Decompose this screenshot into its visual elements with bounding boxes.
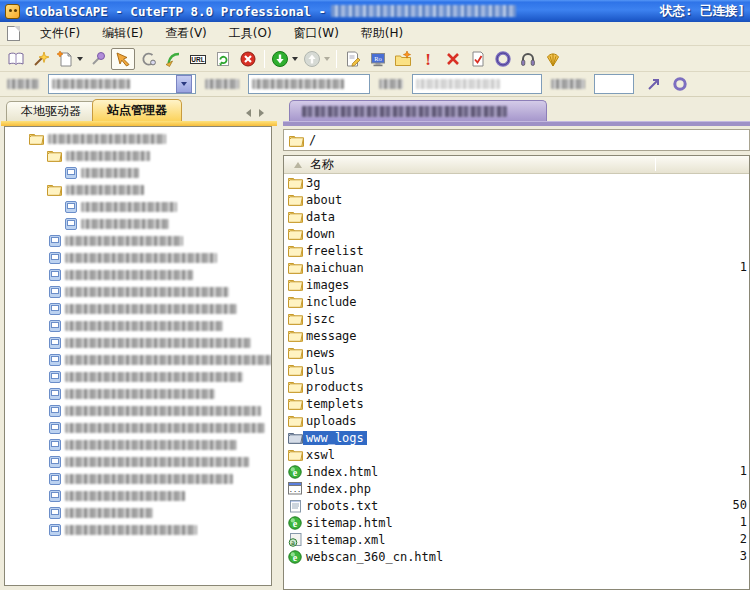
- priority-button[interactable]: !: [416, 48, 440, 70]
- password-input[interactable]: [412, 74, 542, 94]
- tree-item[interactable]: [5, 164, 271, 181]
- download-button-dropdown-icon[interactable]: [292, 57, 298, 61]
- file-row[interactable]: haichuan1: [284, 259, 749, 276]
- menu-view[interactable]: 查看(V): [154, 22, 218, 45]
- host-combobox[interactable]: [48, 74, 196, 94]
- file-row[interactable]: products: [284, 378, 749, 395]
- upload-button[interactable]: [301, 48, 332, 70]
- menu-edit[interactable]: 编辑(E): [91, 22, 154, 45]
- port-input[interactable]: [594, 74, 634, 94]
- shell-button[interactable]: [541, 48, 565, 70]
- delete-button[interactable]: [441, 48, 465, 70]
- refresh-button[interactable]: [211, 48, 235, 70]
- file-row[interactable]: images: [284, 276, 749, 293]
- tree-item[interactable]: [5, 198, 271, 215]
- tree-item[interactable]: [5, 368, 271, 385]
- menu-window[interactable]: 窗口(W): [283, 22, 350, 45]
- menu-file[interactable]: 文件(F): [29, 22, 91, 45]
- title-bar: GlobalSCAPE - CuteFTP 8.0 Professional -…: [0, 0, 750, 22]
- disconnect-button[interactable]: [86, 48, 110, 70]
- quick-connect-icon[interactable]: [643, 73, 665, 95]
- tree-item[interactable]: [5, 147, 271, 164]
- tree-item[interactable]: [5, 402, 271, 419]
- tree-item[interactable]: [5, 453, 271, 470]
- tree-item[interactable]: [5, 385, 271, 402]
- tree-item[interactable]: [5, 317, 271, 334]
- tree-item[interactable]: [5, 487, 271, 504]
- tree-item[interactable]: [5, 283, 271, 300]
- tab-site-manager[interactable]: 站点管理器: [92, 99, 182, 121]
- menu-tools[interactable]: 工具(O): [218, 22, 283, 45]
- download-button[interactable]: [269, 48, 300, 70]
- stop-button[interactable]: [236, 48, 260, 70]
- file-row[interactable]: news: [284, 344, 749, 361]
- reconnect-button[interactable]: [161, 48, 185, 70]
- view-remote-button[interactable]: Ro: [366, 48, 390, 70]
- file-row[interactable]: include: [284, 293, 749, 310]
- monitor-icon: Ro: [369, 50, 387, 68]
- tree-item[interactable]: [5, 266, 271, 283]
- file-row[interactable]: data: [284, 208, 749, 225]
- address-book-button[interactable]: [4, 48, 28, 70]
- remote-path-bar[interactable]: /: [283, 129, 750, 151]
- open-url-button[interactable]: URL: [186, 48, 210, 70]
- username-input[interactable]: [248, 74, 370, 94]
- tree-item[interactable]: [5, 470, 271, 487]
- port-label-redacted: [551, 79, 585, 89]
- global-options-button[interactable]: [491, 48, 515, 70]
- file-row[interactable]: robots.txt50: [284, 497, 749, 514]
- host-dropdown-icon[interactable]: [176, 75, 192, 93]
- file-row[interactable]: asitemap.xml2: [284, 531, 749, 548]
- podcast-button[interactable]: [516, 48, 540, 70]
- column-divider[interactable]: [655, 158, 656, 171]
- remote-site-tab[interactable]: [289, 100, 547, 121]
- tree-item[interactable]: [5, 419, 271, 436]
- tree-item[interactable]: [5, 351, 271, 368]
- file-row[interactable]: about: [284, 191, 749, 208]
- tree-item[interactable]: [5, 249, 271, 266]
- tree-item-label-redacted: [65, 287, 229, 297]
- file-row[interactable]: 3g: [284, 174, 749, 191]
- new-folder-button[interactable]: [391, 48, 415, 70]
- menu-help[interactable]: 帮助(H): [350, 22, 414, 45]
- connection-wizard-button[interactable]: [29, 48, 53, 70]
- file-row[interactable]: jszc: [284, 310, 749, 327]
- file-row[interactable]: esitemap.html1: [284, 514, 749, 531]
- verify-button[interactable]: [466, 48, 490, 70]
- tree-item[interactable]: [5, 436, 271, 453]
- file-row[interactable]: message: [284, 327, 749, 344]
- file-row[interactable]: ewebscan_360_cn.html3: [284, 548, 749, 565]
- connect-button[interactable]: [111, 48, 135, 70]
- tree-item[interactable]: [5, 130, 271, 147]
- tree-item-label-redacted: [65, 321, 223, 331]
- tab-scroll-right-icon[interactable]: [259, 109, 264, 117]
- file-row[interactable]: uploads: [284, 412, 749, 429]
- tree-item-label-redacted: [66, 185, 144, 195]
- tab-local-drives[interactable]: 本地驱动器: [6, 101, 96, 121]
- file-row[interactable]: plus: [284, 361, 749, 378]
- tree-item[interactable]: [5, 334, 271, 351]
- tree-item[interactable]: [5, 181, 271, 198]
- file-row[interactable]: www_logs: [284, 429, 749, 446]
- tree-item[interactable]: [5, 521, 271, 538]
- tree-item-label-redacted: [65, 508, 153, 518]
- tree-item[interactable]: [5, 215, 271, 232]
- upload-button-dropdown-icon[interactable]: [324, 57, 330, 61]
- edit-file-button[interactable]: [341, 48, 365, 70]
- tree-item[interactable]: [5, 232, 271, 249]
- file-row[interactable]: down: [284, 225, 749, 242]
- sort-ascending-icon: [294, 162, 302, 168]
- session-loop-button[interactable]: [136, 48, 160, 70]
- file-row[interactable]: templets: [284, 395, 749, 412]
- connect-options-icon[interactable]: [669, 73, 691, 95]
- new-document-button-dropdown-icon[interactable]: [77, 57, 83, 61]
- file-row[interactable]: freelist: [284, 242, 749, 259]
- file-row[interactable]: xswl: [284, 446, 749, 463]
- tree-item[interactable]: [5, 504, 271, 521]
- tab-scroll-left-icon[interactable]: [246, 109, 251, 117]
- file-row[interactable]: eindex.html1: [284, 463, 749, 480]
- list-header[interactable]: 名称: [284, 156, 749, 174]
- new-document-button[interactable]: [54, 48, 85, 70]
- file-row[interactable]: ...index.php: [284, 480, 749, 497]
- tree-item[interactable]: [5, 300, 271, 317]
